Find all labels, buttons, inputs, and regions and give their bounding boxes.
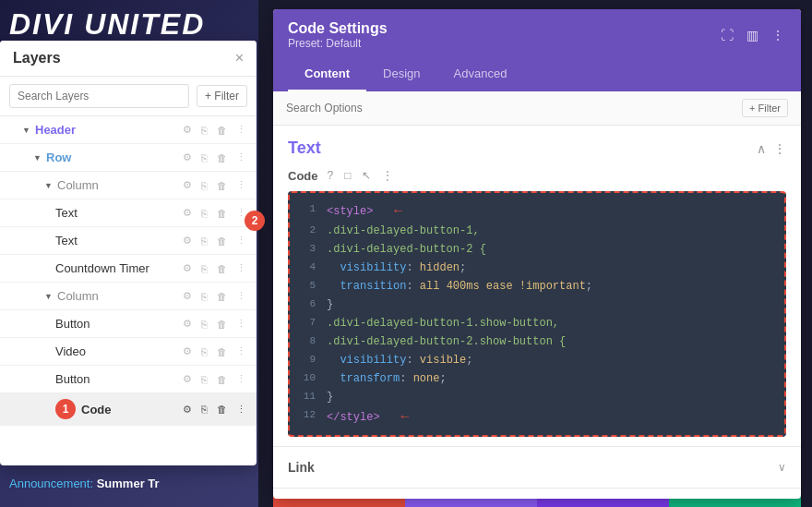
code-settings-header: Code Settings Preset: Default ⛶ ▥ ⋮ Cont… (273, 9, 801, 91)
code-editor[interactable]: 1 <style> ← 2 .divi-delayed-button-1, 3 … (288, 191, 786, 437)
duplicate-icon[interactable]: ⎘ (198, 261, 210, 276)
settings-icon[interactable]: ⚙ (180, 371, 195, 387)
layer-item-column2[interactable]: ▼ Column ⚙ ⎘ 🗑 ⋮ (0, 283, 257, 310)
duplicate-icon[interactable]: ⎘ (198, 402, 210, 416)
code-line-8: 8 .divi-delayed-button-2.show-button { (290, 332, 784, 351)
delete-icon[interactable]: 🗑 (214, 206, 230, 221)
layer-actions-countdown: ⚙ ⎘ 🗑 ⋮ (180, 260, 249, 276)
more-icon[interactable]: ⋮ (233, 316, 249, 332)
tab-advanced[interactable]: Advanced (437, 57, 524, 91)
search-filter-button[interactable]: + Filter (742, 99, 788, 117)
more-icon[interactable]: ⋮ (233, 122, 249, 138)
layer-item-text2[interactable]: Text ⚙ ⎘ 🗑 ⋮ (0, 227, 257, 255)
layer-label-code: Code (81, 403, 180, 416)
settings-icon[interactable]: ⚙ (180, 260, 195, 276)
delete-icon[interactable]: 🗑 (214, 317, 230, 332)
duplicate-icon[interactable]: ⎘ (198, 289, 210, 304)
chevron-up-icon[interactable]: ∧ (757, 141, 766, 156)
settings-icon[interactable]: ⚙ (180, 150, 195, 165)
duplicate-icon[interactable]: ⎘ (198, 234, 210, 248)
more-icon[interactable]: ⋮ (233, 177, 249, 193)
delete-icon[interactable]: 🗑 (214, 178, 230, 193)
duplicate-icon[interactable]: ⎘ (198, 317, 210, 332)
cursor-icon[interactable]: ↖ (360, 167, 373, 184)
settings-icon[interactable]: ⚙ (180, 122, 195, 138)
more-icon[interactable]: ⋮ (233, 344, 249, 359)
layers-search-input[interactable] (9, 84, 189, 108)
settings-icon[interactable]: ⚙ (180, 316, 195, 332)
tab-content[interactable]: Content (288, 57, 366, 91)
code-field-label: Code (288, 169, 318, 183)
more-options-icon[interactable]: ⋮ (770, 26, 786, 44)
delete-icon[interactable]: 🗑 (214, 344, 230, 359)
text-section: Text ∧ ⋮ Code ? □ ↖ ⋮ 1 <style> ← 2 .div… (273, 126, 801, 447)
layer-item-button2[interactable]: Button ⚙ ⎘ 🗑 ⋮ (0, 366, 257, 393)
layers-panel: Layers × + Filter ▼ Header ⚙ ⎘ 🗑 ⋮ ▼ Row… (0, 41, 257, 465)
code-line-6: 6 } (290, 296, 784, 314)
layer-item-button1[interactable]: Button ⚙ ⎘ 🗑 ⋮ (0, 310, 257, 338)
delete-icon[interactable]: 🗑 (214, 151, 230, 165)
layer-actions-button2: ⚙ ⎘ 🗑 ⋮ (180, 371, 249, 387)
duplicate-icon[interactable]: ⎘ (198, 151, 210, 165)
delete-icon[interactable]: 🗑 (214, 372, 230, 387)
columns-icon[interactable]: ▥ (745, 26, 760, 44)
close-icon[interactable]: × (235, 50, 244, 66)
layer-label-column2: Column (57, 289, 180, 303)
duplicate-icon[interactable]: ⎘ (198, 206, 210, 221)
background-section[interactable]: Background ∨ (273, 489, 801, 499)
layer-label-column1: Column (57, 178, 180, 192)
settings-icon[interactable]: ⚙ (180, 344, 195, 359)
layer-actions-column2: ⚙ ⎘ 🗑 ⋮ (180, 288, 249, 304)
layer-item-row[interactable]: ▼ Row ⚙ ⎘ 🗑 ⋮ (0, 144, 257, 172)
delete-icon[interactable]: 🗑 (214, 402, 230, 416)
tab-design[interactable]: Design (366, 57, 436, 91)
delete-icon[interactable]: 🗑 (214, 261, 230, 276)
badge-2: 2 (245, 211, 265, 231)
settings-icon[interactable]: ⚙ (180, 205, 195, 221)
panel-title: Code Settings (288, 20, 388, 37)
site-title: DIVI UNITED (9, 7, 205, 42)
section-more-icon[interactable]: ⋮ (773, 141, 786, 156)
mobile-icon[interactable]: □ (342, 167, 352, 184)
layer-actions-button1: ⚙ ⎘ 🗑 ⋮ (180, 316, 249, 332)
title-row: Code Settings Preset: Default ⛶ ▥ ⋮ (288, 20, 786, 50)
layer-actions-column1: ⚙ ⎘ 🗑 ⋮ (180, 177, 249, 193)
more-icon[interactable]: ⋮ (233, 371, 249, 387)
help-icon[interactable]: ? (326, 167, 336, 184)
search-options-input[interactable] (286, 102, 742, 115)
duplicate-icon[interactable]: ⎘ (198, 344, 210, 359)
layer-item-countdown[interactable]: Countdown Timer ⚙ ⎘ 🗑 ⋮ (0, 255, 257, 283)
layer-item-video[interactable]: Video ⚙ ⎘ 🗑 ⋮ (0, 338, 257, 366)
settings-icon[interactable]: ⚙ (180, 288, 195, 304)
layer-item-header[interactable]: ▼ Header ⚙ ⎘ 🗑 ⋮ (0, 116, 257, 144)
layers-filter-button[interactable]: + Filter (197, 85, 247, 107)
layer-label-countdown: Countdown Timer (55, 261, 180, 275)
settings-icon[interactable]: ⚙ (180, 233, 195, 248)
layer-item-text1[interactable]: Text ⚙ ⎘ 🗑 ⋮ (0, 199, 257, 227)
more-icon[interactable]: ⋮ (233, 150, 249, 165)
code-line-11: 11 } (290, 388, 784, 406)
link-section[interactable]: Link ∨ (273, 447, 801, 489)
more-icon[interactable]: ⋮ (233, 233, 249, 248)
code-line-9: 9 visibility: visible; (290, 351, 784, 369)
duplicate-icon[interactable]: ⎘ (198, 372, 210, 387)
code-more-icon[interactable]: ⋮ (380, 167, 395, 184)
delete-icon[interactable]: 🗑 (214, 123, 230, 138)
layer-label-header: Header (35, 123, 180, 137)
more-icon[interactable]: ⋮ (233, 288, 249, 304)
delete-icon[interactable]: 🗑 (214, 289, 230, 304)
duplicate-icon[interactable]: ⎘ (198, 178, 210, 193)
settings-icon[interactable]: ⚙ (180, 177, 195, 193)
layer-actions-text1: ⚙ ⎘ 🗑 ⋮ (180, 205, 249, 221)
more-icon[interactable]: ⋮ (233, 402, 249, 417)
layer-item-column1[interactable]: ▼ Column ⚙ ⎘ 🗑 ⋮ (0, 172, 257, 199)
code-line-1: 1 <style> ← (290, 200, 784, 222)
settings-icon[interactable]: ⚙ (180, 402, 195, 417)
more-icon[interactable]: ⋮ (233, 260, 249, 276)
layer-item-code[interactable]: 1 Code ⚙ ⎘ 🗑 ⋮ (0, 393, 257, 426)
toggle-icon: ▼ (22, 126, 31, 135)
delete-icon[interactable]: 🗑 (214, 234, 230, 248)
duplicate-icon[interactable]: ⎘ (198, 123, 210, 138)
fullscreen-icon[interactable]: ⛶ (719, 26, 735, 44)
code-line-3: 3 .divi-delayed-button-2 { (290, 240, 784, 259)
